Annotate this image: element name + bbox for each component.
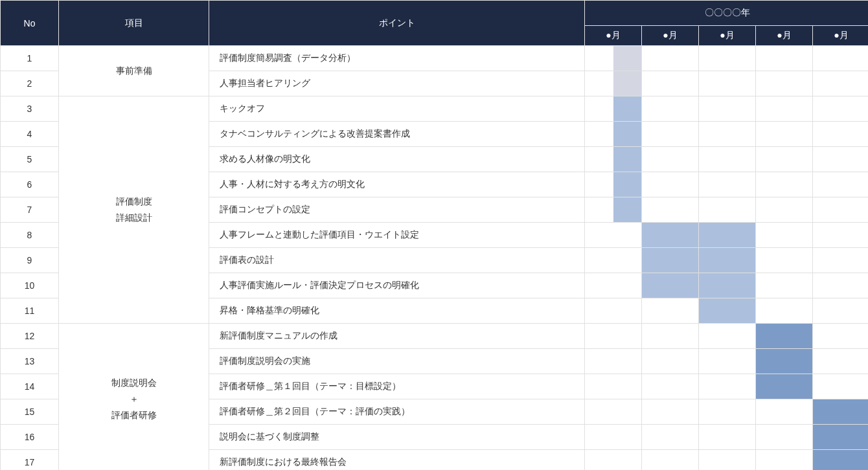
gantt-cell [756,399,813,425]
gantt-cell [756,46,813,71]
row-no: 12 [1,324,59,349]
gantt-cell [642,197,699,223]
gantt-cell [699,374,756,399]
gantt-bar [613,46,642,71]
gantt-cell [813,374,869,399]
row-point: 昇格・降格基準の明確化 [209,298,585,324]
gantt-cell [642,349,699,374]
gantt-cell [813,324,869,349]
header-item: 項目 [59,1,209,46]
gantt-cell [585,223,642,248]
gantt-cell [642,46,699,71]
row-point: 人事フレームと連動した評価項目・ウエイト設定 [209,223,585,248]
gantt-cell [585,374,642,399]
gantt-cell [813,122,869,147]
row-no: 1 [1,46,59,71]
gantt-cell [699,425,756,450]
gantt-cell [756,324,813,349]
row-no: 6 [1,172,59,197]
gantt-cell [699,324,756,349]
gantt-cell [699,197,756,223]
row-no: 15 [1,399,59,425]
schedule-table: No 項目 ポイント 〇〇〇〇年 ●月 ●月 ●月 ●月 ●月 1事前準備評価制… [0,0,868,470]
gantt-cell [585,172,642,197]
gantt-cell [699,122,756,147]
gantt-cell [699,46,756,71]
gantt-bar [699,298,755,323]
gantt-cell [585,248,642,273]
gantt-bar [756,349,812,374]
gantt-bar [613,197,642,222]
gantt-cell [813,248,869,273]
row-no: 7 [1,197,59,223]
gantt-bar [813,425,868,449]
gantt-cell [699,96,756,122]
row-no: 2 [1,71,59,96]
gantt-cell [585,273,642,298]
gantt-cell [585,450,642,471]
row-point: 評価コンセプトの設定 [209,197,585,223]
row-no: 5 [1,147,59,172]
row-point: 求める人材像の明文化 [209,147,585,172]
row-item: 事前準備 [59,46,209,96]
gantt-cell [756,147,813,172]
gantt-cell [813,298,869,324]
gantt-bar [613,96,642,121]
row-point: 評価制度説明会の実施 [209,349,585,374]
row-no: 4 [1,122,59,147]
gantt-cell [813,46,869,71]
gantt-bar [756,324,812,348]
row-no: 17 [1,450,59,471]
gantt-bar [642,223,698,247]
gantt-cell [699,349,756,374]
row-point: 評価制度簡易調査（データ分析） [209,46,585,71]
row-no: 8 [1,223,59,248]
gantt-cell [756,223,813,248]
row-no: 14 [1,374,59,399]
row-point: 評価者研修＿第２回目（テーマ：評価の実践） [209,399,585,425]
gantt-cell [642,374,699,399]
gantt-cell [585,425,642,450]
row-no: 16 [1,425,59,450]
gantt-cell [585,147,642,172]
row-item: 評価制度詳細設計 [59,96,209,324]
gantt-cell [642,273,699,298]
row-point: 新評価制度における最終報告会 [209,450,585,471]
gantt-cell [756,450,813,471]
gantt-cell [813,172,869,197]
row-point: 人事評価実施ルール・評価決定プロセスの明確化 [209,273,585,298]
header-year: 〇〇〇〇年 [585,1,869,26]
gantt-cell [699,248,756,273]
header-month: ●月 [699,26,756,46]
gantt-cell [813,399,869,425]
gantt-cell [585,96,642,122]
header-month: ●月 [813,26,869,46]
gantt-cell [813,450,869,471]
gantt-cell [756,248,813,273]
header-month: ●月 [585,26,642,46]
gantt-cell [756,172,813,197]
gantt-cell [642,324,699,349]
gantt-cell [642,248,699,273]
header-month: ●月 [756,26,813,46]
row-no: 9 [1,248,59,273]
header-month: ●月 [642,26,699,46]
table-row: 1事前準備評価制度簡易調査（データ分析） [1,46,869,71]
gantt-bar [756,374,812,399]
gantt-cell [642,147,699,172]
gantt-cell [585,197,642,223]
gantt-cell [813,71,869,96]
gantt-cell [585,298,642,324]
gantt-cell [756,273,813,298]
gantt-bar [613,71,642,96]
gantt-cell [699,399,756,425]
row-point: キックオフ [209,96,585,122]
gantt-cell [585,71,642,96]
gantt-cell [642,425,699,450]
gantt-bar [699,273,755,298]
gantt-cell [699,172,756,197]
gantt-cell [756,298,813,324]
gantt-bar [613,172,642,197]
table-row: 12制度説明会＋評価者研修新評価制度マニュアルの作成 [1,324,869,349]
gantt-cell [642,298,699,324]
